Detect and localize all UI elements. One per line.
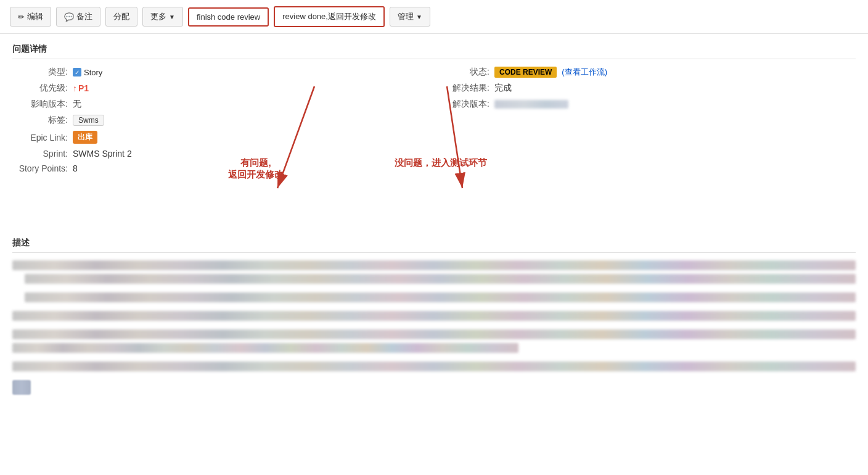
review-done-label: review done,返回开发修改 [282,11,376,22]
finish-code-review-button[interactable]: finish code review [188,7,269,27]
resolved-version-value [494,100,568,109]
affect-version-value: 无 [73,99,81,110]
description-header: 描述 [12,238,856,253]
left-annotation-line2: 返回开发修改 [228,169,284,181]
description-group-1 [12,260,856,284]
resolved-result-value: 完成 [494,83,512,94]
chevron-down-icon-manage: ▼ [416,14,422,20]
blurred-line [25,292,856,302]
epic-link-row: Epic Link: 出库 [12,131,434,144]
affect-version-label: 影响版本: [12,99,68,110]
tag-label: 标签: [12,115,68,126]
edit-button[interactable]: ✏ 编辑 [10,7,51,27]
priority-label: 优先级: [12,83,68,94]
resolved-result-label: 解决结果: [434,83,489,94]
status-row: 状态: CODE REVIEW (查看工作流) [434,67,856,78]
chevron-down-icon: ▼ [169,14,175,20]
finish-review-label: finish code review [197,12,260,22]
resolved-result-row: 解决结果: 完成 [434,83,856,94]
priority-text: P1 [78,83,89,93]
comment-button[interactable]: 💬 备注 [56,7,100,27]
assign-label: 分配 [113,11,129,22]
type-value: ✓ Story [73,68,102,77]
page-wrapper: ✏ 编辑 💬 备注 分配 更多 ▼ finish code review rev… [0,0,868,475]
resolved-version-row: 解决版本: [434,99,856,110]
review-done-button[interactable]: review done,返回开发修改 [274,6,385,27]
priority-value: ↑ P1 [73,83,89,93]
status-label: 状态: [434,67,489,78]
edit-label: 编辑 [27,11,43,22]
assign-button[interactable]: 分配 [105,7,137,27]
left-annotation: 有问题, 返回开发修改 [228,157,284,181]
blurred-line [12,343,518,353]
more-button[interactable]: 更多 ▼ [142,7,183,27]
comment-icon: 💬 [64,12,74,22]
blurred-line [12,329,856,339]
left-annotation-line1: 有问题, [228,157,284,169]
resolved-version-label: 解决版本: [434,99,489,110]
type-label: 类型: [12,67,68,78]
description-group-5 [12,361,856,371]
main-content: 问题详情 类型: ✓ Story 优先级: ↑ P1 [0,34,868,405]
description-section: 描述 [12,238,856,395]
blurred-line [12,260,856,270]
status-badge: CODE REVIEW [494,67,557,78]
description-group-4 [12,329,856,353]
right-annotation-text: 没问题，进入测试环节 [395,157,487,168]
priority-row: 优先级: ↑ P1 [12,83,434,94]
tag-row: 标签: Swms [12,115,434,126]
more-label: 更多 [150,11,166,22]
description-group-2 [12,292,856,302]
blurred-line [12,361,856,371]
annotation-area: 有问题, 返回开发修改 没问题，进入测试环节 [12,151,856,225]
story-text: Story [84,68,102,77]
blurred-line [12,311,856,321]
issue-details-header: 问题详情 [12,44,856,59]
up-arrow-icon: ↑ [73,83,77,93]
epic-link-label: Epic Link: [12,133,68,142]
epic-link-value[interactable]: 出库 [73,131,97,144]
blurred-line [25,274,856,284]
story-checkbox-icon: ✓ [73,68,81,76]
type-row: 类型: ✓ Story [12,67,434,78]
workflow-link[interactable]: (查看工作流) [562,67,607,78]
comment-label: 备注 [76,11,92,22]
manage-label: 管理 [398,11,414,22]
pencil-icon: ✏ [18,12,25,22]
small-icon-blurred [12,380,31,395]
tag-value: Swms [73,115,104,126]
toolbar: ✏ 编辑 💬 备注 分配 更多 ▼ finish code review rev… [0,0,868,34]
description-group-3 [12,311,856,321]
affect-version-row: 影响版本: 无 [12,99,434,110]
manage-button[interactable]: 管理 ▼ [390,7,430,27]
right-annotation: 没问题，进入测试环节 [395,157,487,169]
